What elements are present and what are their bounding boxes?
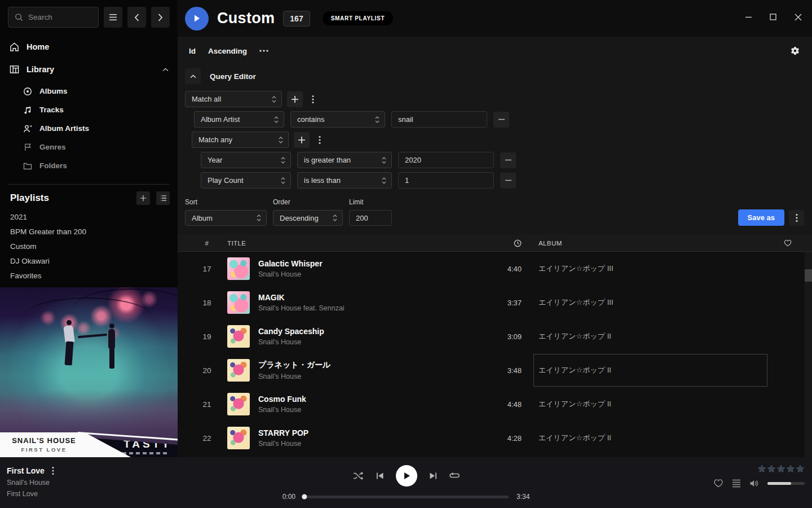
play-playlist-button[interactable] [185,7,209,30]
index-column-header[interactable]: # [187,240,227,247]
rule-operator-select[interactable]: contains [290,111,385,128]
playlist-item[interactable]: BPM Greater than 200 [10,224,170,239]
title-column-header[interactable]: TITLE [227,240,476,247]
sidebar-item-tracks[interactable]: Tracks [0,100,178,119]
group-menu-button[interactable] [315,132,325,148]
volume-slider[interactable] [767,482,805,485]
match-select[interactable]: Match all [185,91,282,107]
track-album[interactable]: エイリアン☆ポップ II [539,387,775,421]
match-select[interactable]: Match any [192,132,289,148]
seek-bar[interactable] [303,496,509,498]
queue-button[interactable] [732,479,741,488]
repeat-button[interactable] [449,472,460,480]
track-artist[interactable]: Snail’s House [258,338,476,346]
table-row[interactable]: 17 Galactic Whisper Snail’s House 4:40 エ… [178,252,812,286]
album-art-thumbnail[interactable] [227,427,250,449]
track-artist[interactable]: Snail’s House [258,440,476,448]
limit-input[interactable]: 200 [349,210,392,226]
scrollbar-thumb[interactable] [805,269,812,282]
remove-rule-button[interactable] [493,112,509,128]
nav-forward-button[interactable] [151,7,170,28]
remove-rule-button[interactable] [500,152,516,168]
playlist-list-button[interactable] [156,191,170,205]
star-icon[interactable] [757,465,766,474]
sidebar-item-genres[interactable]: Genres [0,138,178,156]
album-art-thumbnail[interactable] [227,291,250,314]
sidebar-item-album-artists[interactable]: Album Artists [0,119,178,138]
now-playing-menu-button[interactable] [52,466,54,475]
track-album[interactable]: エイリアン☆ポップ II [539,421,775,455]
group-menu-button[interactable] [308,91,318,107]
now-playing-artist[interactable]: Snail's House [7,479,54,487]
add-playlist-button[interactable] [136,191,150,205]
track-album[interactable]: エイリアン☆ポップ II [539,319,775,353]
playlist-item[interactable]: Favorites [10,268,170,283]
table-row[interactable]: 19 Candy Spaceship Snail’s House 3:09 エイ… [178,319,812,353]
table-row[interactable]: 20 プラネット・ガール Snail’s House 3:48 エイリアン☆ポッ… [178,353,812,387]
rule-value-input[interactable]: snail [391,111,487,128]
favorite-column-header[interactable] [784,239,792,247]
playlist-item[interactable]: 2021 [10,209,170,224]
previous-button[interactable] [376,472,384,480]
duration-column-header[interactable] [514,239,522,247]
now-playing-album[interactable]: First Love [7,490,54,498]
table-scrollbar[interactable] [805,252,812,457]
rating-stars[interactable] [757,465,805,474]
seek-thumb[interactable] [302,494,307,500]
maximize-button[interactable] [767,11,779,23]
now-playing-album-art[interactable]: TASTY SNAIL'S HOUSE FIRST LOVE [0,287,178,457]
table-row[interactable]: 18 MAGIK Snail’s House feat. Sennzai 3:3… [178,286,812,319]
menu-button[interactable] [104,7,122,28]
rule-value-input[interactable]: 2020 [398,152,494,168]
rule-field-select[interactable]: Play Count [201,172,291,189]
table-row[interactable]: 21 Cosmo Funk Snail’s House 4:48 エイリアン☆ポ… [178,387,812,421]
track-album[interactable]: エイリアン☆ポップ II [539,353,775,387]
table-row[interactable]: 22 STARRY POP Snail’s House 4:28 エイリアン☆ポ… [178,421,812,455]
sort-select[interactable]: Album [185,210,267,226]
rule-field-select[interactable]: Year [201,152,291,168]
playlist-item[interactable]: DJ Okawari [10,253,170,268]
nav-back-button[interactable] [127,7,146,28]
volume-icon[interactable] [749,479,759,488]
sidebar-item-albums[interactable]: Albums [0,82,178,100]
album-art-thumbnail[interactable] [227,257,250,280]
star-icon[interactable] [776,465,785,474]
track-album[interactable]: エイリアン☆ポップ III [539,252,775,286]
sort-direction-button[interactable]: Ascending [208,47,247,55]
star-icon[interactable] [767,465,776,474]
star-icon[interactable] [786,465,795,474]
album-art-thumbnail[interactable] [227,325,250,348]
chevron-up-icon[interactable] [162,68,169,72]
track-artist[interactable]: Snail’s House feat. Sennzai [258,304,476,312]
album-art-thumbnail[interactable] [227,393,250,415]
playlist-item[interactable]: Custom [10,239,170,253]
favorite-track-button[interactable] [713,479,723,488]
rule-value-input[interactable]: 1 [398,172,494,189]
shuffle-button[interactable] [353,471,364,480]
rule-field-select[interactable]: Album Artist [194,111,284,128]
close-button[interactable] [792,11,804,23]
order-select[interactable]: Descending [273,210,343,226]
play-pause-button[interactable] [396,465,417,487]
add-rule-button[interactable] [294,132,310,148]
more-options-button[interactable] [259,50,268,52]
track-album[interactable]: エイリアン☆ポップ III [539,286,775,319]
settings-gear-button[interactable] [791,46,800,55]
track-artist[interactable]: Snail’s House [258,373,476,380]
sidebar-item-home[interactable]: Home [0,36,178,58]
remove-rule-button[interactable] [500,173,516,189]
track-artist[interactable]: Snail’s House [258,406,476,414]
album-art-thumbnail[interactable] [227,359,250,382]
album-column-header[interactable]: ALBUM [539,240,775,247]
rule-operator-select[interactable]: is less than [297,172,392,189]
star-icon[interactable] [796,465,805,474]
now-playing-title[interactable]: First Love [7,466,45,475]
collapse-query-editor-button[interactable] [185,68,201,84]
search-input[interactable]: Search [8,7,99,28]
minimize-button[interactable] [743,11,754,23]
sort-field-button[interactable]: Id [189,47,196,55]
next-button[interactable] [429,472,438,480]
rule-operator-select[interactable]: is greater than [297,152,392,168]
sidebar-item-folders[interactable]: Folders [0,156,178,175]
save-as-button[interactable]: Save as [738,209,784,226]
